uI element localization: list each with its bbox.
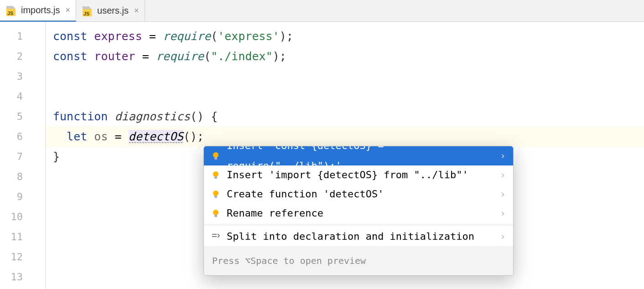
close-icon[interactable]: ×	[66, 5, 71, 15]
svg-rect-11	[214, 215, 217, 217]
line-number: 10	[0, 207, 46, 227]
intention-label: Insert 'import {detectOS} from "../lib"'	[227, 165, 468, 185]
svg-point-4	[213, 152, 218, 158]
line-number: 7	[0, 147, 46, 167]
js-file-icon: JS	[6, 5, 17, 16]
svg-text:JS: JS	[7, 10, 13, 16]
chevron-right-icon: ›	[500, 203, 506, 223]
gutter: 1 2 3 4 5 6 7 8 9 10 11 12 13	[0, 22, 46, 289]
svg-text:JS: JS	[83, 11, 89, 16]
code-area[interactable]: const express = require('express'); cons…	[46, 22, 644, 289]
code-line: const router = require("./index");	[46, 46, 644, 67]
tab-users[interactable]: JS users.js ×	[76, 0, 145, 21]
chevron-right-icon: ›	[500, 146, 506, 166]
line-number: 8	[0, 167, 46, 187]
line-number: 12	[0, 247, 46, 267]
chevron-right-icon: ›	[500, 165, 506, 185]
line-number: 4	[0, 87, 46, 107]
svg-point-10	[213, 210, 218, 215]
chevron-right-icon: ›	[500, 184, 506, 204]
line-number: 11	[0, 227, 46, 247]
tab-label: users.js	[97, 5, 129, 16]
intention-item-split[interactable]: Split into declaration and initializatio…	[204, 227, 513, 246]
svg-rect-7	[214, 176, 217, 179]
lightbulb-icon	[211, 209, 220, 218]
line-number: 3	[0, 67, 46, 87]
unresolved-reference: detectOS	[129, 130, 183, 143]
intention-item-insert-require[interactable]: Insert 'const {detectOS} = require("../l…	[204, 146, 513, 165]
line-number: 6	[0, 127, 46, 147]
intention-item-rename[interactable]: Rename reference ›	[204, 204, 513, 223]
split-icon	[211, 232, 220, 241]
tab-bar: JS imports.js × JS users.js ×	[0, 0, 644, 22]
intention-label: Split into declaration and initializatio…	[227, 227, 474, 247]
code-line	[46, 67, 644, 87]
code-line: function diagnostics() {	[46, 107, 644, 127]
intention-label: Rename reference	[227, 203, 323, 223]
intention-item-create-function[interactable]: Create function 'detectOS' ›	[204, 185, 513, 204]
chevron-right-icon: ›	[500, 227, 506, 247]
line-number: 2	[0, 46, 46, 67]
svg-point-8	[213, 191, 218, 196]
lightbulb-icon	[211, 190, 220, 199]
close-icon[interactable]: ×	[134, 6, 139, 15]
line-number: 13	[0, 267, 46, 287]
svg-rect-5	[214, 157, 217, 160]
line-number: 9	[0, 187, 46, 207]
lightbulb-icon	[211, 151, 220, 160]
js-file-icon: JS	[83, 5, 93, 16]
separator	[204, 225, 513, 225]
svg-point-6	[213, 171, 218, 177]
code-editor[interactable]: 1 2 3 4 5 6 7 8 9 10 11 12 13 const expr…	[0, 22, 644, 289]
intention-item-insert-import[interactable]: Insert 'import {detectOS} from "../lib"'…	[204, 165, 513, 185]
lightbulb-icon	[211, 170, 220, 180]
line-number: 5	[0, 107, 46, 127]
intention-label: Create function 'detectOS'	[227, 184, 384, 204]
svg-rect-9	[214, 196, 217, 198]
tab-imports[interactable]: JS imports.js ×	[0, 0, 76, 22]
code-line: const express = require('express');	[46, 26, 644, 46]
svg-rect-12	[212, 234, 217, 235]
code-line	[46, 87, 644, 107]
intention-popup: Insert 'const {detectOS} = require("../l…	[203, 146, 514, 276]
code-line-active: let os = detectOS();	[46, 127, 644, 147]
popup-hint: Press ⌥Space to open preview	[204, 246, 513, 275]
line-number: 1	[0, 26, 46, 46]
tab-label: imports.js	[21, 5, 60, 15]
svg-rect-13	[212, 236, 217, 237]
